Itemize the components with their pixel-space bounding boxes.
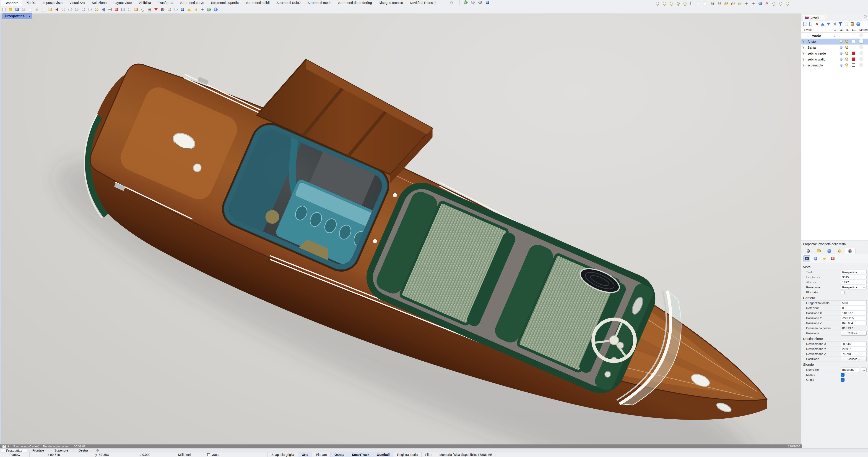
star-icon[interactable]: ★ [7, 445, 10, 448]
paste-clipboard-icon[interactable] [47, 7, 53, 12]
menu-item-strumenti-solidi[interactable]: Strumenti solidi [243, 0, 273, 6]
layers-gear-icon[interactable] [864, 15, 867, 19]
menu-item-strumenti-di-rendering[interactable]: Strumenti di rendering [335, 0, 375, 6]
layers-help-icon[interactable] [856, 21, 861, 27]
filter-funnel-icon[interactable] [838, 21, 843, 27]
bulb-grey-icon[interactable] [654, 0, 660, 6]
layer-color-swatch[interactable] [852, 46, 859, 50]
prop-value-field[interactable]: 845.654 [841, 321, 867, 325]
current-layer-check[interactable]: ✓ [834, 33, 840, 38]
bulb-dual-two-icon[interactable] [778, 0, 784, 6]
expand-arrow-icon[interactable]: ❯ [802, 52, 807, 55]
layer-color-swatch[interactable] [852, 40, 859, 44]
prop-checkbox-grigio[interactable]: ✓ [841, 378, 844, 382]
menu-item-disegno-tecnico[interactable]: Disegno tecnico [375, 0, 407, 6]
layer-color-swatch[interactable] [852, 63, 859, 67]
layers-tab[interactable]: Livelli [803, 15, 825, 20]
layers-col-2[interactable]: O.. [840, 28, 846, 31]
layer-lock-icon[interactable] [846, 58, 852, 61]
wallpaper-frame-icon[interactable] [830, 255, 836, 262]
layer-material-icon[interactable] [859, 51, 868, 56]
toggle-orto[interactable]: Orto [298, 452, 312, 457]
map-icon[interactable] [120, 7, 126, 12]
ghosted-sphere-icon[interactable] [173, 7, 179, 12]
layer-material-icon[interactable] [859, 57, 868, 62]
circle-center-icon[interactable] [127, 7, 132, 12]
copy-icon[interactable] [40, 7, 46, 12]
dimension-icon[interactable] [199, 7, 205, 12]
page-bulb-yellow-icon[interactable] [695, 0, 702, 6]
link-spheres-icon[interactable] [812, 255, 819, 262]
toolbar-gear-icon[interactable] [450, 1, 453, 5]
layer-row-Ariston[interactable]: ❯Ariston [801, 38, 868, 45]
menu-item-trasforma[interactable]: Trasforma [154, 0, 177, 6]
print-icon[interactable] [21, 7, 27, 12]
colloca-button[interactable]: Colloca... [841, 331, 867, 336]
layer-lock-icon[interactable] [846, 63, 852, 67]
prop-value-field[interactable]: 0.0 [841, 306, 867, 310]
new-file-icon[interactable] [1, 7, 7, 12]
render-sphere-grey-icon[interactable] [477, 0, 483, 5]
pan-hand-icon[interactable] [60, 7, 66, 12]
layer-visibility-bulb-icon[interactable] [840, 58, 846, 61]
layers-col-4[interactable]: C... [852, 28, 859, 31]
expand-arrow-icon[interactable]: ❯ [802, 64, 807, 67]
toggle-registra-storia[interactable]: Registra storia [394, 452, 422, 457]
camera-settings-icon[interactable] [803, 255, 810, 262]
layer-row-vuoto[interactable]: vuoto✓ [801, 33, 868, 38]
render-sphere-blue-icon[interactable] [485, 0, 491, 5]
lock-open-yellow-icon[interactable] [723, 0, 729, 6]
layer-tools-icon[interactable] [849, 21, 855, 27]
lock-render-icon[interactable] [4, 446, 6, 448]
layer-material-icon[interactable] [859, 63, 868, 67]
bulb-dual-one-icon[interactable] [771, 0, 777, 6]
view-properties-tab-icon[interactable] [845, 248, 856, 254]
earth-render-icon[interactable] [206, 7, 212, 12]
add-viewport-tab-button[interactable]: ✛ [93, 449, 102, 452]
viewport-title-tab[interactable]: Prospettica ▼ [2, 13, 32, 19]
menu-item-strumenti-mesh[interactable]: Strumenti mesh [304, 0, 335, 6]
layer-row-scoaiattolo[interactable]: ❯scoaiattolo [801, 62, 868, 68]
save-icon[interactable] [14, 7, 20, 12]
help-icon[interactable] [213, 7, 218, 12]
layer-color-swatch[interactable] [852, 58, 859, 61]
move-layer-up-icon[interactable] [820, 21, 825, 27]
current-layer-cell[interactable]: vuoto [205, 452, 268, 457]
prop-value-field[interactable]: 1897 [841, 280, 867, 284]
undo-icon[interactable] [54, 7, 60, 12]
lamp-icon[interactable] [140, 7, 146, 12]
lock-swap-icon[interactable] [737, 0, 743, 6]
color-wheel-icon[interactable] [160, 7, 165, 12]
rendered-sphere-icon[interactable] [180, 7, 185, 12]
toggle-snap-alla-griglia[interactable]: Snap alla griglia [268, 452, 298, 457]
viewport-tab-destra[interactable]: Destra [73, 449, 93, 452]
car-move-icon[interactable] [113, 7, 119, 12]
viewport-layout-icon[interactable] [107, 7, 113, 12]
toggle-gumball[interactable]: Gumball [373, 452, 394, 457]
prop-checkbox-bloccato[interactable] [841, 291, 844, 294]
toggle-smarttrack[interactable]: SmartTrack [348, 452, 373, 457]
zoom-dynamic-icon[interactable] [74, 7, 80, 12]
prop-value-field[interactable]: Prospettica [841, 270, 867, 275]
lock-grey-icon[interactable] [709, 0, 715, 6]
browse-file-button[interactable]: ... [861, 368, 867, 372]
menu-item-strumenti-superfici[interactable]: Strumenti superfici [208, 0, 243, 6]
edit-document-icon[interactable] [27, 7, 33, 12]
help-tab-icon[interactable] [824, 248, 835, 254]
cut-scissors-icon[interactable] [34, 7, 40, 12]
menu-item-strumenti-subd[interactable]: Strumenti SubD [273, 0, 304, 6]
prop-checkbox-mostra[interactable]: ✓ [841, 373, 844, 377]
undo-view-icon[interactable] [100, 7, 106, 12]
render-sphere-silver-icon[interactable] [470, 0, 476, 5]
new-sublayer-icon[interactable] [808, 21, 813, 27]
perspective-viewport[interactable]: Prospettica ▼ [0, 13, 801, 445]
options-gear-icon[interactable] [193, 7, 199, 12]
lock-open-grey-icon[interactable] [716, 0, 722, 6]
rotate-view-icon[interactable] [67, 7, 73, 12]
menu-item-visualizza[interactable]: Visualizza [66, 0, 88, 6]
viewport-tab-frontale[interactable]: Frontale [27, 449, 49, 452]
zoom-selected-icon[interactable] [87, 7, 93, 12]
page-bulb-grey-icon[interactable] [689, 0, 695, 6]
shaded-sphere-icon[interactable] [166, 7, 172, 12]
file-name-field[interactable]: (nessuno) [841, 368, 860, 372]
